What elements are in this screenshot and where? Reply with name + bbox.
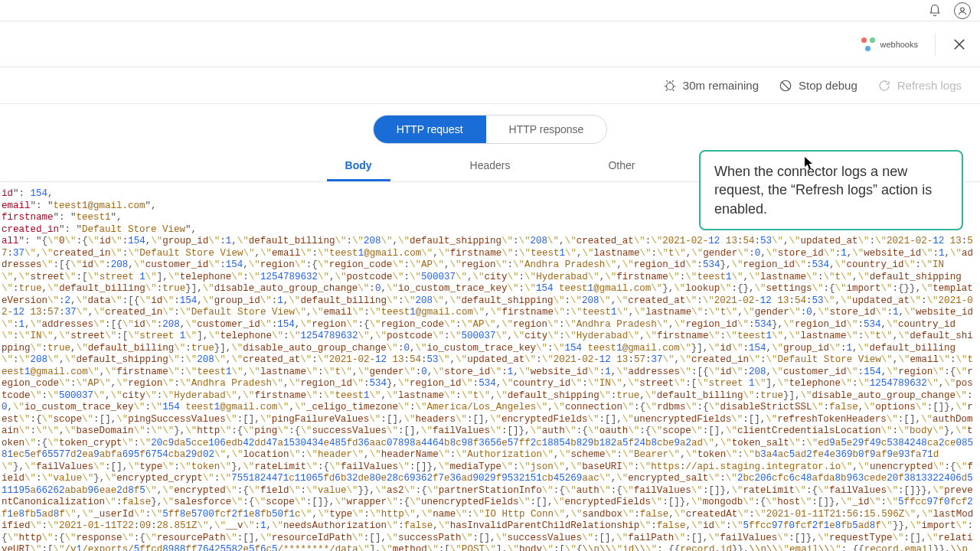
cancel-circle-icon — [779, 79, 792, 93]
refresh-logs-label: Refresh logs — [897, 79, 962, 92]
segment-http-response[interactable]: HTTP response — [486, 116, 607, 143]
stop-debug-label: Stop debug — [799, 79, 858, 92]
hint-callout: When the connector logs a new request, t… — [699, 150, 963, 230]
main-area: When the connector logs a new request, t… — [0, 104, 980, 551]
webhooks-logo-label: webhooks — [880, 40, 918, 49]
tab-body[interactable]: Body — [327, 155, 390, 181]
tab-headers[interactable]: Headers — [452, 155, 529, 181]
svg-point-3 — [666, 83, 673, 90]
request-body[interactable]: id": 154, email": "teest1@gmail.com", fi… — [0, 182, 980, 551]
user-circle-icon[interactable] — [954, 2, 971, 19]
bell-icon[interactable] — [926, 2, 943, 19]
close-icon[interactable] — [952, 37, 966, 51]
hint-callout-text: When the connector logs a new request, t… — [714, 164, 932, 217]
cursor-icon — [804, 156, 815, 170]
svg-line-5 — [782, 82, 789, 89]
bug-icon — [663, 79, 677, 93]
http-segmented-control: HTTP request HTTP response — [373, 115, 608, 144]
remaining-time: 30m remaining — [663, 79, 759, 93]
refresh-logs-button: Refresh logs — [877, 79, 962, 93]
segment-http-request[interactable]: HTTP request — [374, 116, 486, 143]
tab-other[interactable]: Other — [590, 155, 653, 181]
svg-point-0 — [961, 7, 965, 11]
refresh-icon — [877, 79, 891, 93]
stop-debug-button[interactable]: Stop debug — [779, 79, 858, 93]
webhooks-logo: webhooks — [861, 37, 918, 51]
app-header — [0, 0, 980, 21]
debug-toolbar: 30m remaining Stop debug Refresh logs — [0, 67, 980, 104]
panel-header: webhooks — [0, 21, 980, 67]
remaining-time-label: 30m remaining — [683, 79, 759, 92]
divider — [935, 33, 936, 56]
